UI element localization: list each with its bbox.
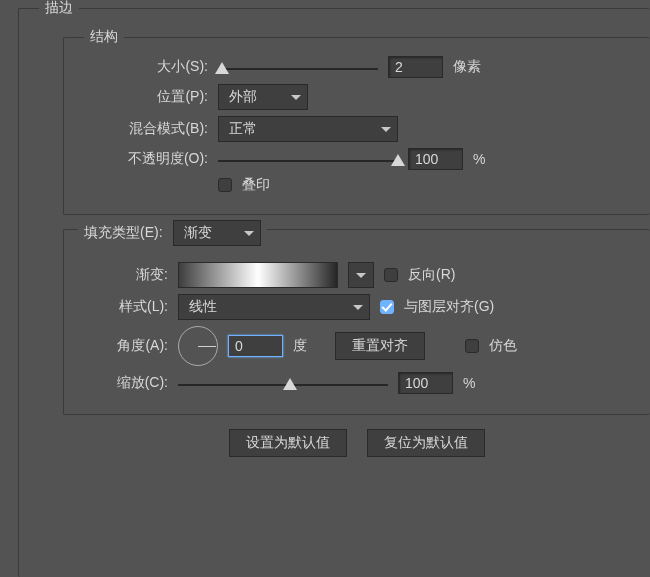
slider-thumb-icon[interactable] (283, 378, 297, 390)
size-input[interactable] (388, 56, 443, 78)
opacity-slider[interactable] (218, 160, 398, 162)
chevron-down-icon (291, 95, 301, 100)
angle-unit: 度 (293, 337, 325, 355)
opacity-unit: % (473, 151, 505, 167)
chevron-down-icon (353, 305, 363, 310)
fill-type-select[interactable]: 渐变 (173, 220, 261, 246)
dither-label: 仿色 (489, 337, 517, 355)
blend-select[interactable]: 正常 (218, 116, 398, 142)
fill-type-value: 渐变 (184, 224, 212, 242)
fill-type-label: 填充类型(E): (84, 224, 163, 242)
set-default-button[interactable]: 设置为默认值 (229, 429, 347, 457)
overprint-checkbox[interactable] (218, 178, 232, 192)
style-value: 线性 (189, 298, 217, 316)
fill-title-wrap: 填充类型(E): 渐变 (78, 220, 267, 246)
angle-input[interactable] (228, 335, 283, 357)
fill-group: 填充类型(E): 渐变 渐变: 反向(R) 样式(L): 线性 (63, 229, 650, 415)
gradient-picker-button[interactable] (348, 262, 374, 288)
reset-align-button[interactable]: 重置对齐 (335, 332, 425, 360)
scale-unit: % (463, 375, 495, 391)
scale-label: 缩放(C): (78, 374, 168, 392)
position-select[interactable]: 外部 (218, 84, 308, 110)
blend-row: 混合模式(B): 正常 (78, 116, 636, 142)
gradient-row: 渐变: 反向(R) (78, 262, 636, 288)
blend-value: 正常 (229, 120, 257, 138)
align-label: 与图层对齐(G) (404, 298, 494, 316)
overprint-label: 叠印 (242, 176, 270, 194)
style-select[interactable]: 线性 (178, 294, 370, 320)
dither-checkbox[interactable] (465, 339, 479, 353)
size-unit: 像素 (453, 58, 485, 76)
gradient-swatch[interactable] (178, 262, 338, 288)
blend-label: 混合模式(B): (78, 120, 208, 138)
position-label: 位置(P): (78, 88, 208, 106)
reverse-checkbox[interactable] (384, 268, 398, 282)
opacity-row: 不透明度(O): % (78, 148, 636, 170)
angle-dial[interactable] (178, 326, 218, 366)
footer-row: 设置为默认值 复位为默认值 (63, 429, 650, 457)
reset-default-button[interactable]: 复位为默认值 (367, 429, 485, 457)
scale-row: 缩放(C): % (78, 372, 636, 394)
opacity-input[interactable] (408, 148, 463, 170)
angle-label: 角度(A): (78, 337, 168, 355)
chevron-down-icon (356, 273, 366, 278)
chevron-down-icon (244, 231, 254, 236)
stroke-panel-title: 描边 (39, 0, 79, 17)
size-slider[interactable] (218, 68, 378, 70)
angle-row: 角度(A): 度 重置对齐 仿色 (78, 326, 636, 366)
align-checkbox[interactable] (380, 300, 394, 314)
size-label: 大小(S): (78, 58, 208, 76)
size-row: 大小(S): 像素 (78, 56, 636, 78)
style-row: 样式(L): 线性 与图层对齐(G) (78, 294, 636, 320)
chevron-down-icon (381, 127, 391, 132)
style-label: 样式(L): (78, 298, 168, 316)
gradient-label: 渐变: (78, 266, 168, 284)
opacity-label: 不透明度(O): (78, 150, 208, 168)
slider-thumb-icon[interactable] (215, 62, 229, 74)
scale-input[interactable] (398, 372, 453, 394)
slider-thumb-icon[interactable] (391, 154, 405, 166)
position-row: 位置(P): 外部 (78, 84, 636, 110)
structure-title: 结构 (84, 28, 124, 46)
scale-slider[interactable] (178, 384, 388, 386)
position-value: 外部 (229, 88, 257, 106)
structure-group: 结构 大小(S): 像素 位置(P): 外部 混合模式(B): 正常 不透明度 (63, 37, 650, 215)
reverse-label: 反向(R) (408, 266, 455, 284)
overprint-row: 叠印 (78, 176, 636, 194)
stroke-panel: 描边 结构 大小(S): 像素 位置(P): 外部 混合模式(B): 正常 (18, 8, 650, 577)
